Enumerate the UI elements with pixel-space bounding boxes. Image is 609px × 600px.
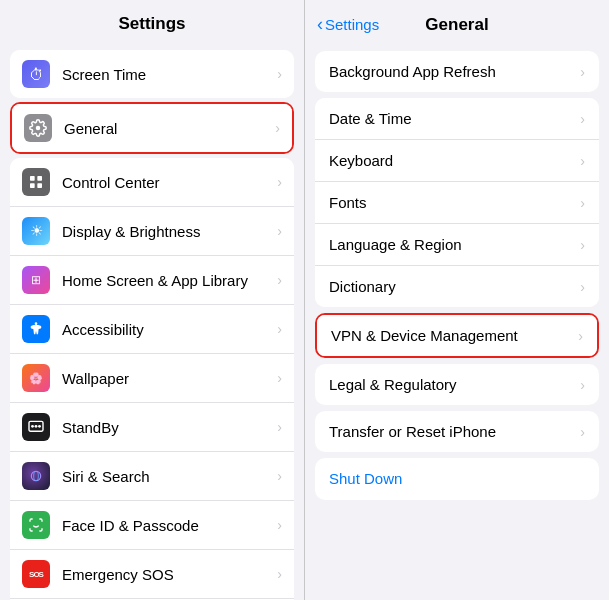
chevron-icon: › bbox=[580, 279, 585, 295]
sidebar-item-accessibility[interactable]: Accessibility › bbox=[10, 305, 294, 354]
svg-rect-3 bbox=[30, 183, 35, 188]
svg-rect-4 bbox=[37, 183, 42, 188]
vpn-label: VPN & Device Management bbox=[331, 327, 578, 344]
right-panel: ‹ Settings General Background App Refres… bbox=[305, 0, 609, 600]
sidebar-item-siri[interactable]: Siri & Search › bbox=[10, 452, 294, 501]
siri-icon bbox=[22, 462, 50, 490]
sos-icon: SOS bbox=[22, 560, 50, 588]
chevron-icon: › bbox=[580, 64, 585, 80]
right-item-keyboard[interactable]: Keyboard › bbox=[315, 140, 599, 182]
svg-point-11 bbox=[34, 471, 39, 480]
standby-label: StandBy bbox=[62, 419, 277, 436]
group-3: Legal & Regulatory › bbox=[315, 364, 599, 405]
screen-time-icon: ⏱ bbox=[22, 60, 50, 88]
accessibility-icon bbox=[22, 315, 50, 343]
home-screen-icon: ⊞ bbox=[22, 266, 50, 294]
right-panel-title: General bbox=[425, 15, 488, 35]
group-vpn-highlighted: VPN & Device Management › bbox=[315, 313, 599, 358]
standby-icon bbox=[22, 413, 50, 441]
fonts-label: Fonts bbox=[329, 194, 580, 211]
faceid-icon bbox=[22, 511, 50, 539]
sidebar-item-general[interactable]: General › bbox=[12, 104, 292, 152]
sidebar-item-standby[interactable]: StandBy › bbox=[10, 403, 294, 452]
chevron-icon: › bbox=[580, 195, 585, 211]
right-panel-header: ‹ Settings General bbox=[305, 0, 609, 45]
language-label: Language & Region bbox=[329, 236, 580, 253]
chevron-icon: › bbox=[580, 424, 585, 440]
group-2: Date & Time › Keyboard › Fonts › Languag… bbox=[315, 98, 599, 307]
svg-point-8 bbox=[35, 425, 38, 428]
chevron-icon: › bbox=[275, 120, 280, 136]
chevron-icon: › bbox=[277, 370, 282, 386]
chevron-icon: › bbox=[580, 153, 585, 169]
background-refresh-label: Background App Refresh bbox=[329, 63, 580, 80]
faceid-label: Face ID & Passcode bbox=[62, 517, 277, 534]
sidebar-item-home-screen[interactable]: ⊞ Home Screen & App Library › bbox=[10, 256, 294, 305]
left-panel-header: Settings bbox=[0, 0, 304, 44]
sidebar-item-sos[interactable]: SOS Emergency SOS › bbox=[10, 550, 294, 599]
chevron-icon: › bbox=[580, 237, 585, 253]
back-button[interactable]: ‹ Settings bbox=[317, 14, 379, 35]
transfer-label: Transfer or Reset iPhone bbox=[329, 423, 580, 440]
svg-point-7 bbox=[31, 425, 34, 428]
right-item-language[interactable]: Language & Region › bbox=[315, 224, 599, 266]
svg-point-5 bbox=[35, 322, 38, 325]
dictionary-label: Dictionary bbox=[329, 278, 580, 295]
sidebar-item-screen-time[interactable]: ⏱ Screen Time › bbox=[10, 50, 294, 98]
chevron-icon: › bbox=[277, 223, 282, 239]
siri-label: Siri & Search bbox=[62, 468, 277, 485]
right-item-dictionary[interactable]: Dictionary › bbox=[315, 266, 599, 307]
group-4: Transfer or Reset iPhone › bbox=[315, 411, 599, 452]
accessibility-label: Accessibility bbox=[62, 321, 277, 338]
chevron-icon: › bbox=[277, 321, 282, 337]
back-label: Settings bbox=[325, 16, 379, 33]
chevron-icon: › bbox=[580, 111, 585, 127]
sidebar-item-display[interactable]: ☀ Display & Brightness › bbox=[10, 207, 294, 256]
group-1: Background App Refresh › bbox=[315, 51, 599, 92]
chevron-icon: › bbox=[277, 272, 282, 288]
screen-time-label: Screen Time bbox=[62, 66, 277, 83]
sidebar-item-wallpaper[interactable]: 🌸 Wallpaper › bbox=[10, 354, 294, 403]
general-label: General bbox=[64, 120, 275, 137]
chevron-icon: › bbox=[277, 468, 282, 484]
chevron-icon: › bbox=[580, 377, 585, 393]
wallpaper-label: Wallpaper bbox=[62, 370, 277, 387]
chevron-icon: › bbox=[578, 328, 583, 344]
sidebar-item-faceid[interactable]: Face ID & Passcode › bbox=[10, 501, 294, 550]
control-center-icon bbox=[22, 168, 50, 196]
shutdown-item[interactable]: Shut Down bbox=[315, 458, 599, 500]
chevron-icon: › bbox=[277, 66, 282, 82]
right-item-transfer[interactable]: Transfer or Reset iPhone › bbox=[315, 411, 599, 452]
right-item-date-time[interactable]: Date & Time › bbox=[315, 98, 599, 140]
sidebar-item-control-center[interactable]: Control Center › bbox=[10, 158, 294, 207]
back-chevron-icon: ‹ bbox=[317, 14, 323, 35]
wallpaper-icon: 🌸 bbox=[22, 364, 50, 392]
control-center-label: Control Center bbox=[62, 174, 277, 191]
chevron-icon: › bbox=[277, 517, 282, 533]
svg-rect-1 bbox=[30, 176, 35, 181]
right-item-vpn[interactable]: VPN & Device Management › bbox=[317, 315, 597, 356]
keyboard-label: Keyboard bbox=[329, 152, 580, 169]
display-label: Display & Brightness bbox=[62, 223, 277, 240]
svg-point-9 bbox=[38, 425, 41, 428]
svg-rect-2 bbox=[37, 176, 42, 181]
sos-label: Emergency SOS bbox=[62, 566, 277, 583]
svg-point-0 bbox=[36, 126, 41, 131]
general-icon bbox=[24, 114, 52, 142]
chevron-icon: › bbox=[277, 174, 282, 190]
shutdown-label: Shut Down bbox=[329, 470, 402, 487]
right-item-fonts[interactable]: Fonts › bbox=[315, 182, 599, 224]
chevron-icon: › bbox=[277, 419, 282, 435]
svg-point-10 bbox=[31, 471, 40, 480]
legal-label: Legal & Regulatory bbox=[329, 376, 580, 393]
right-item-legal[interactable]: Legal & Regulatory › bbox=[315, 364, 599, 405]
display-icon: ☀ bbox=[22, 217, 50, 245]
left-panel: Settings ⏱ Screen Time › General › bbox=[0, 0, 305, 600]
date-time-label: Date & Time bbox=[329, 110, 580, 127]
right-item-background-refresh[interactable]: Background App Refresh › bbox=[315, 51, 599, 92]
chevron-icon: › bbox=[277, 566, 282, 582]
home-screen-label: Home Screen & App Library bbox=[62, 272, 277, 289]
